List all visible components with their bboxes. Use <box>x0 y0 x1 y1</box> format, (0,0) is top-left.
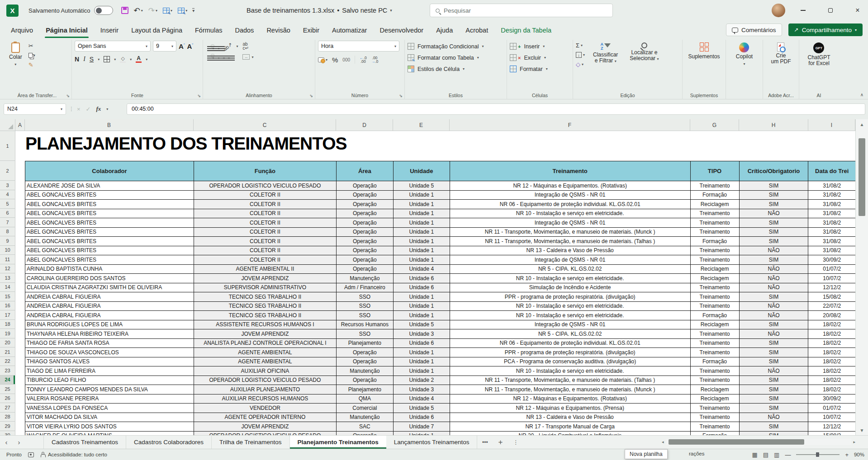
borders-button[interactable] <box>104 56 110 62</box>
table-cell[interactable]: ANDREIA CABRAL FIGUEIRA <box>25 311 194 320</box>
table-cell[interactable]: SIM <box>739 237 808 246</box>
save-button[interactable] <box>119 6 130 15</box>
table-cell[interactable]: 18/02/2 <box>808 329 855 339</box>
row-header-8[interactable]: 8 <box>0 227 15 237</box>
row-header-3[interactable]: 3 <box>0 181 15 190</box>
row-header-5[interactable]: 5 <box>0 199 15 209</box>
row-header-17[interactable]: 17 <box>0 310 15 320</box>
create-pdf-button[interactable]: Crieum PDF <box>767 41 794 66</box>
table-cell[interactable]: 10/07/2 <box>808 274 855 283</box>
table-cell[interactable]: NR 12 - Máquinas e Equipamentos. (Prensa… <box>450 404 690 413</box>
increase-decimal-button[interactable]: ←.0.00 <box>360 56 367 63</box>
dialog-launcher-icon[interactable]: ⇘ <box>66 94 70 98</box>
table-cell[interactable]: 31/08/2 <box>808 200 855 209</box>
table-cell[interactable]: PPR - programa de proteção respiratória.… <box>450 348 690 357</box>
table-cell[interactable]: Unidade 1 <box>393 237 450 246</box>
table-cell[interactable]: SSO <box>336 301 393 311</box>
table-cell[interactable]: Unidade 1 <box>393 357 450 366</box>
sheet-options-button[interactable]: ⋮ <box>508 436 523 449</box>
cut-button[interactable]: ✂ <box>28 42 35 49</box>
table-cell[interactable]: Unidade 1 <box>393 200 450 209</box>
vertical-scroll-thumb[interactable] <box>859 138 865 216</box>
table-cell[interactable]: Unidade 1 <box>393 227 450 237</box>
fill-color-button[interactable]: ◇ <box>120 56 126 63</box>
table-cell[interactable]: NÃO <box>739 366 808 376</box>
row-header-7[interactable]: 7 <box>0 218 15 227</box>
table-cell[interactable]: WAGNER DE OLIVEIRA MARTINS <box>25 431 194 435</box>
table-cell[interactable]: SSO <box>336 329 393 339</box>
dialog-launcher-icon[interactable]: ⇘ <box>197 94 201 98</box>
align-left-button[interactable] <box>206 54 209 57</box>
table-cell[interactable]: Unidade 1 <box>393 190 450 200</box>
ribbon-tab-exibir[interactable]: Exibir <box>297 23 326 38</box>
page-layout-view-button[interactable]: ▤ <box>763 451 768 458</box>
shrink-font-button[interactable]: Aˇ <box>187 42 194 50</box>
table-cell[interactable]: 01/07/2 <box>808 264 855 274</box>
format-painter-button[interactable]: ✎ <box>28 61 35 68</box>
table-cell[interactable]: Treinamento <box>690 227 739 237</box>
sheet-tab-cadastros-treinamentos[interactable]: Cadastros Treinamentos <box>43 436 126 449</box>
sort-filter-button[interactable]: AZ Classificare Filtrar ▾ <box>589 41 621 68</box>
decrease-decimal-button[interactable]: .00→.0 <box>371 56 379 63</box>
table-cell[interactable]: 01/07/2 <box>808 404 855 413</box>
table-cell[interactable]: Unidade 1 <box>393 292 450 302</box>
table-cell[interactable]: Reciclagem <box>690 264 739 274</box>
font-name-select[interactable]: Open Sans▾ <box>75 41 151 52</box>
table-cell[interactable]: 18/02/2 <box>808 376 855 385</box>
table-cell[interactable]: 31/08/2 <box>808 218 855 228</box>
table-column-header[interactable]: Colaborador <box>25 161 194 181</box>
table-cell[interactable]: JOVEM APRENDIZ <box>194 274 336 283</box>
column-header-I[interactable]: I <box>808 119 855 131</box>
table-cell[interactable]: TONNY LEANDRO CAMPOS MENDES DA SILVA <box>25 385 194 394</box>
table-cell[interactable]: NR 12 - Máquinas e Equipamentos. (Rotati… <box>450 181 690 191</box>
table-cell[interactable]: AGENTE AMBIENTAL <box>194 348 336 357</box>
table-cell[interactable]: Formação <box>690 357 739 366</box>
comma-style-button[interactable]: 000 <box>342 57 350 62</box>
select-all-button[interactable] <box>0 119 15 131</box>
font-size-select[interactable]: 9▾ <box>153 41 176 52</box>
table-cell[interactable]: COLETOR II <box>194 227 336 237</box>
table-cell[interactable]: 31/08/2 <box>808 246 855 255</box>
table-cell[interactable]: SIM <box>739 422 808 432</box>
table-cell[interactable]: SIM <box>739 385 808 394</box>
horizontal-scrollbar[interactable]: ◂ ▸ <box>662 439 855 445</box>
table-cell[interactable]: Unidade 1 <box>393 301 450 311</box>
customize-quick-access-button[interactable]: ▾ <box>192 8 194 13</box>
table-cell[interactable]: VANESSA LOPES DA FONSECA <box>25 404 194 413</box>
table-cell[interactable]: 18/02/2 <box>808 320 855 329</box>
sheet-tab-lan-amentos-treinamentos[interactable]: Lançamentos Treinamentos <box>386 436 478 449</box>
table-cell[interactable]: Reciclagem <box>690 394 739 404</box>
table-cell[interactable]: Operação <box>336 357 393 366</box>
table-cell[interactable]: 30/09/2 <box>808 394 855 404</box>
table-cell[interactable]: COLETOR II <box>194 237 336 246</box>
table-cell[interactable]: NR 11 - Transporte, Movimentação, e manu… <box>450 237 690 246</box>
table-cell[interactable]: Unidade 4 <box>393 264 450 274</box>
ribbon-tab-revis-o[interactable]: Revisão <box>260 23 296 38</box>
table-cell[interactable]: Unidade 1 <box>393 311 450 320</box>
table-cell[interactable]: Operação <box>336 218 393 228</box>
table-cell[interactable]: PPR - programa de proteção respiratória.… <box>450 292 690 302</box>
table-cell[interactable]: 15/08/2 <box>808 292 855 302</box>
table-cell[interactable]: Integração de QSMS - NR 01 <box>450 255 690 265</box>
table-cell[interactable]: SIM <box>739 190 808 200</box>
new-sheet-button[interactable]: + <box>493 436 508 449</box>
table-cell[interactable]: ANDREIA CABRAL FIGUEIRA <box>25 301 194 311</box>
underline-button[interactable]: S <box>90 56 94 63</box>
table-cell[interactable]: 12/12/2 <box>808 422 855 432</box>
table-cell[interactable]: SIM <box>739 431 808 435</box>
table-cell[interactable]: ABEL GONCALVES BRITES <box>25 246 194 255</box>
percent-button[interactable]: % <box>332 56 338 64</box>
merge-center-button[interactable]: ↔▾ <box>242 54 253 60</box>
row-header-14[interactable]: 14 <box>0 283 15 292</box>
row-header-27[interactable]: 27 <box>0 403 15 413</box>
row-header-21[interactable]: 21 <box>0 347 15 357</box>
table-cell[interactable]: SIM <box>739 255 808 265</box>
table-cell[interactable]: 31/08/2 <box>808 209 855 218</box>
table-column-header[interactable]: Unidade <box>393 161 450 181</box>
scroll-up-icon[interactable]: ▲ <box>860 119 864 129</box>
table-cell[interactable]: 12/12/2 <box>808 283 855 292</box>
table-cell[interactable]: Unidade 5 <box>393 181 450 191</box>
scroll-down-icon[interactable]: ▼ <box>860 425 864 435</box>
row-header-4[interactable]: 4 <box>0 190 15 200</box>
table-cell[interactable]: Unidade 5 <box>393 320 450 329</box>
